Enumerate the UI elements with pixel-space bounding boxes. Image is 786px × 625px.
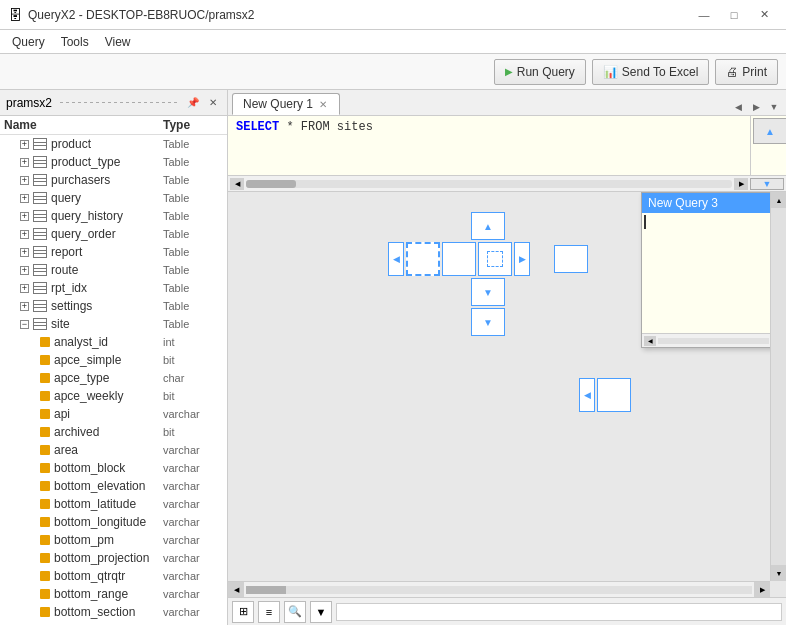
expand-icon[interactable]: +: [20, 158, 29, 167]
expand-icon[interactable]: +: [20, 284, 29, 293]
title-bar: 🗄 QueryX2 - DESKTOP-EB8RUOC/pramsx2 — □ …: [0, 0, 786, 30]
table-row[interactable]: + query Table: [0, 189, 227, 207]
nav-center-solid[interactable]: [442, 242, 476, 276]
table-row-site[interactable]: − site Table: [0, 315, 227, 333]
field-name: api: [54, 407, 163, 421]
tab-label: New Query 1: [243, 97, 313, 111]
expand-icon[interactable]: +: [20, 266, 29, 275]
maximize-button[interactable]: □: [720, 5, 748, 25]
grid-view-button[interactable]: ⊞: [232, 601, 254, 623]
table-icon: [33, 210, 47, 222]
expand-icon[interactable]: +: [20, 212, 29, 221]
floating-h-scroll[interactable]: ◀ ▶: [642, 333, 785, 347]
scroll-up-button[interactable]: ▲: [753, 118, 786, 144]
field-row[interactable]: bottom_section varchar: [0, 603, 227, 621]
field-row[interactable]: bottom_longitude varchar: [0, 513, 227, 531]
scroll-right-button[interactable]: ▶: [734, 178, 748, 190]
tab-nav-right[interactable]: ▶: [748, 99, 764, 115]
panel-close-button[interactable]: ✕: [205, 95, 221, 111]
float-scroll-left[interactable]: ◀: [644, 336, 656, 346]
field-row[interactable]: bottom_latitude varchar: [0, 495, 227, 513]
field-row[interactable]: archived bit: [0, 423, 227, 441]
expand-icon[interactable]: +: [20, 302, 29, 311]
table-row[interactable]: + query_order Table: [0, 225, 227, 243]
field-row[interactable]: area varchar: [0, 441, 227, 459]
scroll-down-button[interactable]: ▼: [750, 178, 784, 190]
minimize-button[interactable]: —: [690, 5, 718, 25]
expand-icon[interactable]: +: [20, 230, 29, 239]
collapse-icon[interactable]: −: [20, 320, 29, 329]
table-row[interactable]: + product Table: [0, 135, 227, 153]
print-button[interactable]: 🖨 Print: [715, 59, 778, 85]
field-row[interactable]: bottom_elevation varchar: [0, 477, 227, 495]
field-row[interactable]: analyst_id int: [0, 333, 227, 351]
sql-text-area[interactable]: SELECT * FROM sites: [228, 116, 786, 176]
expand-icon[interactable]: +: [20, 194, 29, 203]
nav-down-button[interactable]: ▼: [471, 278, 505, 306]
table-name-purchasers: purchasers: [51, 173, 163, 187]
field-row[interactable]: apce_simple bit: [0, 351, 227, 369]
lower-scroll-down[interactable]: ▼: [771, 565, 786, 581]
tab-new-query-1[interactable]: New Query 1 ✕: [232, 93, 340, 115]
expand-icon[interactable]: +: [20, 248, 29, 257]
field-type: varchar: [163, 606, 223, 618]
field-row[interactable]: api varchar: [0, 405, 227, 423]
table-row[interactable]: + report Table: [0, 243, 227, 261]
panel-pin-button[interactable]: 📌: [185, 95, 201, 111]
nav-right-small-button[interactable]: ▶: [514, 242, 530, 276]
field-row[interactable]: apce_weekly bit: [0, 387, 227, 405]
menu-tools[interactable]: Tools: [53, 33, 97, 51]
table-row[interactable]: + settings Table: [0, 297, 227, 315]
field-row[interactable]: bottom_projection varchar: [0, 549, 227, 567]
run-query-button[interactable]: ▶ Run Query: [494, 59, 586, 85]
expand-icon[interactable]: +: [20, 176, 29, 185]
tab-nav-left[interactable]: ◀: [730, 99, 746, 115]
tab-nav-dropdown[interactable]: ▼: [766, 99, 782, 115]
nav-center-dashed[interactable]: [406, 242, 440, 276]
expand-icon[interactable]: +: [20, 140, 29, 149]
floating-query-editor[interactable]: [642, 213, 785, 333]
top-h-scrollbar[interactable]: ◀ ▶ ▼: [228, 176, 786, 192]
table-row[interactable]: + route Table: [0, 261, 227, 279]
search-dropdown-button[interactable]: ▼: [310, 601, 332, 623]
lower-v-scrollbar[interactable]: ▲ ▼: [770, 192, 786, 581]
table-icon: [33, 282, 47, 294]
field-row[interactable]: bottom_block varchar: [0, 459, 227, 477]
table-row[interactable]: + product_type Table: [0, 153, 227, 171]
search-input[interactable]: [336, 603, 782, 621]
table-row[interactable]: + query_history Table: [0, 207, 227, 225]
floating-window-title[interactable]: New Query 3 ▶: [642, 193, 785, 213]
lower-scroll-left[interactable]: ◀: [228, 582, 244, 598]
lower-scroll-right[interactable]: ▶: [754, 582, 770, 598]
field-row[interactable]: bottom_pm varchar: [0, 531, 227, 549]
nav-extra-right[interactable]: [554, 245, 588, 273]
close-button[interactable]: ✕: [750, 5, 778, 25]
scroll-left-button[interactable]: ◀: [230, 178, 244, 190]
table-type: Table: [163, 138, 223, 150]
lower-scroll-up[interactable]: ▲: [771, 192, 786, 208]
table-row[interactable]: + rpt_idx Table: [0, 279, 227, 297]
tab-close-button[interactable]: ✕: [317, 99, 329, 110]
nav-down2-button[interactable]: ▼: [471, 308, 505, 336]
table-icon: [33, 246, 47, 258]
send-to-excel-button[interactable]: 📊 Send To Excel: [592, 59, 710, 85]
search-button[interactable]: 🔍: [284, 601, 306, 623]
field-type: bit: [163, 354, 223, 366]
menu-view[interactable]: View: [97, 33, 139, 51]
nav-up-button[interactable]: ▲: [471, 212, 505, 240]
field-row[interactable]: bottom_range varchar: [0, 585, 227, 603]
nav-scroll-block[interactable]: [478, 242, 512, 276]
list-view-button[interactable]: ≡: [258, 601, 280, 623]
field-row[interactable]: apce_type char: [0, 369, 227, 387]
right-nav-center[interactable]: [597, 378, 631, 412]
table-type: Table: [163, 318, 223, 330]
right-nav-left[interactable]: ◀: [579, 378, 595, 412]
menu-query[interactable]: Query: [4, 33, 53, 51]
table-type: Table: [163, 264, 223, 276]
object-tree[interactable]: + product Table + product_type Table +: [0, 135, 227, 625]
nav-left-small-button[interactable]: ◀: [388, 242, 404, 276]
table-name: report: [51, 245, 163, 259]
field-row[interactable]: bottom_qtrqtr varchar: [0, 567, 227, 585]
lower-h-scrollbar[interactable]: ◀ ▶: [228, 581, 770, 597]
table-row[interactable]: + purchasers Table: [0, 171, 227, 189]
